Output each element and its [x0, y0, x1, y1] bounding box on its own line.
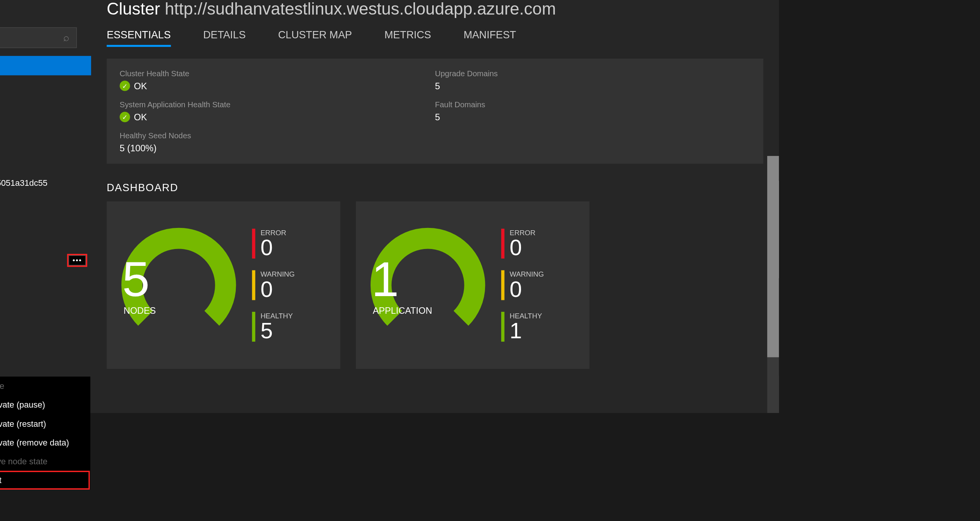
tree-nodetype1[interactable]: ⌄_nodetype_1••• [0, 251, 91, 270]
tab-manifest[interactable]: MANIFEST [464, 29, 516, 47]
search-icon: ⌕ [63, 32, 70, 44]
ctx-restart[interactable]: Restart [0, 471, 90, 490]
context-menu: Activate Deactivate (pause) Deactivate (… [0, 377, 90, 490]
ess-fault-domains: Fault Domains5 [435, 100, 750, 122]
ess-cluster-health: Cluster Health State✓OK [120, 69, 435, 91]
ess-healthy-seeds: Healthy Seed Nodes5 (100%) [120, 131, 435, 153]
tree-system[interactable]: ›System [0, 348, 91, 368]
node-actions-button[interactable]: ••• [69, 255, 86, 265]
nav-tree: ⌄Cluster ⌄Applications ⌄VotingType ⌄fabr… [0, 56, 91, 413]
sidebar: ✓OK ⚠Warning ✕Error ⌕ ⌄Cluster ⌄Applicat… [0, 0, 91, 413]
search-cluster[interactable]: ⌕ [0, 27, 77, 48]
tree-cluster[interactable]: ⌄Cluster [0, 56, 91, 75]
tree-nodetype2[interactable]: _nodetype_2 [0, 290, 91, 309]
tab-cluster-map[interactable]: CLUSTER MAP [278, 29, 352, 47]
ctx-deactivate-restart[interactable]: Deactivate (restart) [0, 414, 90, 433]
tree-azurevotefront[interactable]: ⌄fabric:/Voting/azurevotefront [0, 153, 91, 173]
ctx-activate[interactable]: Activate [0, 377, 90, 395]
tree-nodetype3[interactable]: _nodetype_3 [0, 309, 91, 329]
page-title: Cluster http://sudhanvatestlinux.westus.… [107, 0, 763, 19]
dashboard-card-application: 1APPLICATION ERROR0 WARNING0 HEALTHY1 [356, 201, 590, 369]
tree-nodes[interactable]: ⌄Nodes [0, 212, 91, 231]
detail-tabs: ESSENTIALS DETAILS CLUSTER MAP METRICS M… [107, 29, 763, 47]
search-input[interactable] [0, 33, 59, 43]
tree-guid[interactable]: ⌄49f9e4e1-a6d4-e54b-888f-05051a31dc55 [0, 173, 91, 192]
stat-healthy: HEALTHY5 [252, 312, 294, 342]
dashboard-heading: DASHBOARD [107, 182, 763, 194]
tree-nodetype1-leaf[interactable]: _nodetype_1 [0, 192, 91, 212]
tab-essentials[interactable]: ESSENTIALS [107, 29, 171, 47]
stat-error: ERROR0 [501, 229, 544, 259]
essentials-panel: Cluster Health State✓OK Upgrade Domains5… [107, 59, 763, 164]
ctx-remove-node-state[interactable]: Remove node state [0, 452, 90, 471]
tree-fabric-voting[interactable]: ⌄fabric:/Voting [0, 114, 91, 134]
main-panel: Cluster http://sudhanvatestlinux.westus.… [91, 0, 779, 413]
tree-nodetype4[interactable]: _nodetype_4 [0, 329, 91, 348]
scrollbar[interactable] [767, 156, 779, 413]
stat-error: ERROR0 [252, 229, 294, 259]
tree-fabric-voting2[interactable]: ›fabric:/Voting [0, 270, 91, 290]
ess-system-app-health: System Application Health State✓OK [120, 100, 435, 122]
ctx-deactivate-remove[interactable]: Deactivate (remove data) [0, 433, 90, 452]
dashboard-card-nodes: 5NODES ERROR0 WARNING0 HEALTHY5 [107, 201, 340, 369]
tab-details[interactable]: DETAILS [203, 29, 246, 47]
stat-healthy: HEALTHY1 [501, 312, 544, 342]
tree-votingtype[interactable]: ⌄VotingType [0, 95, 91, 114]
ctx-deactivate-pause[interactable]: Deactivate (pause) [0, 395, 90, 414]
ess-upgrade-domains: Upgrade Domains5 [435, 69, 750, 91]
tab-metrics[interactable]: METRICS [384, 29, 431, 47]
tree-applications[interactable]: ⌄Applications [0, 75, 91, 95]
tree-azurevoteback[interactable]: ›fabric:/Voting/azurevoteback [0, 134, 91, 153]
tree-nodetype0[interactable]: ›_nodetype_0 [0, 231, 91, 251]
